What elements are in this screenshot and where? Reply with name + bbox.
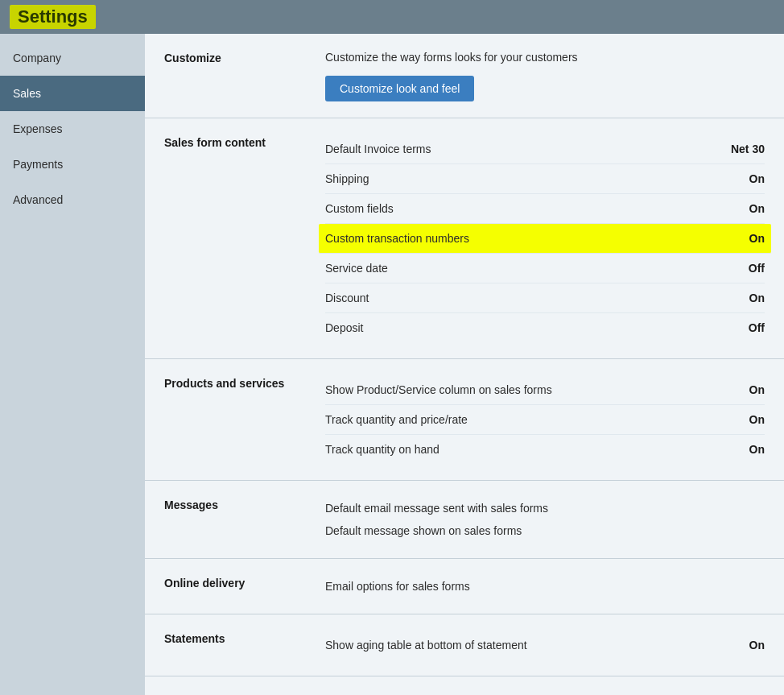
setting-row-invoice-terms: Default Invoice terms Net 30 xyxy=(325,134,765,164)
messages-label: Messages xyxy=(164,497,325,542)
products-services-rows: Show Product/Service column on sales for… xyxy=(325,375,765,464)
setting-value-shipping: On xyxy=(700,172,765,185)
message-row-default-email: Default email message sent with sales fo… xyxy=(325,497,765,519)
sidebar: Company Sales Expenses Payments Advanced xyxy=(0,34,145,695)
customize-content: Customize the way forms looks for your c… xyxy=(325,50,765,101)
setting-name-show-product-service: Show Product/Service column on sales for… xyxy=(325,383,700,396)
setting-row-aging-table: Show aging table at bottom of statement … xyxy=(325,631,765,660)
sidebar-label-advanced: Advanced xyxy=(13,193,63,206)
main-content: Customize Customize the way forms looks … xyxy=(145,34,784,695)
message-row-default-message: Default message shown on sales forms xyxy=(325,519,765,542)
online-delivery-section: Online delivery Email options for sales … xyxy=(145,559,784,614)
setting-value-show-product-service: On xyxy=(700,383,765,396)
setting-name-service-date: Service date xyxy=(325,262,700,275)
sidebar-item-sales[interactable]: Sales xyxy=(0,76,145,111)
setting-row-custom-transaction-numbers: Custom transaction numbers On xyxy=(319,224,771,254)
products-services-section: Products and services Show Product/Servi… xyxy=(145,359,784,481)
customize-look-feel-button[interactable]: Customize look and feel xyxy=(325,76,474,101)
setting-value-track-quantity-hand: On xyxy=(700,443,765,456)
statements-section: Statements Show aging table at bottom of… xyxy=(145,614,784,676)
statements-rows: Show aging table at bottom of statement … xyxy=(325,631,765,660)
setting-name-deposit: Deposit xyxy=(325,321,700,334)
sales-form-content-section: Sales form content Default Invoice terms… xyxy=(145,118,784,359)
setting-value-discount: On xyxy=(700,292,765,304)
setting-name-aging-table: Show aging table at bottom of statement xyxy=(325,639,700,652)
statements-label: Statements xyxy=(164,631,325,660)
sidebar-item-payments[interactable]: Payments xyxy=(0,147,145,182)
app-header: Settings xyxy=(0,0,784,34)
setting-name-custom-transaction-numbers: Custom transaction numbers xyxy=(325,232,700,245)
setting-value-deposit: Off xyxy=(700,321,765,334)
setting-value-aging-table: On xyxy=(700,639,765,652)
setting-row-shipping: Shipping On xyxy=(325,164,765,194)
sidebar-label-company: Company xyxy=(13,52,61,64)
setting-row-custom-fields: Custom fields On xyxy=(325,194,765,224)
customize-section: Customize Customize the way forms looks … xyxy=(145,34,784,118)
setting-row-discount: Discount On xyxy=(325,283,765,313)
setting-name-invoice-terms: Default Invoice terms xyxy=(325,143,700,155)
setting-name-shipping: Shipping xyxy=(325,172,700,185)
messages-rows: Default email message sent with sales fo… xyxy=(325,497,765,542)
customize-label: Customize xyxy=(164,50,325,101)
online-delivery-description: Email options for sales forms xyxy=(325,575,765,598)
setting-row-show-product-service: Show Product/Service column on sales for… xyxy=(325,375,765,405)
sidebar-label-sales: Sales xyxy=(13,87,41,100)
setting-value-service-date: Off xyxy=(700,262,765,275)
setting-name-track-quantity-price: Track quantity and price/rate xyxy=(325,413,700,426)
setting-row-track-quantity-hand: Track quantity on hand On xyxy=(325,435,765,464)
setting-value-custom-fields: On xyxy=(700,202,765,215)
sidebar-label-payments: Payments xyxy=(13,158,63,171)
app-title: Settings xyxy=(10,5,96,29)
customize-description: Customize the way forms looks for your c… xyxy=(325,50,765,66)
messages-section: Messages Default email message sent with… xyxy=(145,481,784,559)
sidebar-item-advanced[interactable]: Advanced xyxy=(0,182,145,217)
setting-value-custom-transaction-numbers: On xyxy=(700,232,765,245)
sales-form-content-label: Sales form content xyxy=(164,134,325,342)
setting-name-custom-fields: Custom fields xyxy=(325,202,700,215)
sidebar-item-company[interactable]: Company xyxy=(0,40,145,76)
setting-name-track-quantity-hand: Track quantity on hand xyxy=(325,443,700,456)
setting-value-invoice-terms: Net 30 xyxy=(700,143,765,155)
sidebar-label-expenses: Expenses xyxy=(13,122,62,135)
setting-row-service-date: Service date Off xyxy=(325,254,765,283)
sidebar-item-expenses[interactable]: Expenses xyxy=(0,111,145,147)
online-delivery-content: Email options for sales forms xyxy=(325,575,765,598)
setting-value-track-quantity-price: On xyxy=(700,413,765,426)
sales-form-content-rows: Default Invoice terms Net 30 Shipping On… xyxy=(325,134,765,342)
setting-name-discount: Discount xyxy=(325,292,700,304)
online-delivery-label: Online delivery xyxy=(164,575,325,598)
setting-row-deposit: Deposit Off xyxy=(325,313,765,342)
products-services-label: Products and services xyxy=(164,375,325,464)
setting-row-track-quantity-price: Track quantity and price/rate On xyxy=(325,405,765,435)
